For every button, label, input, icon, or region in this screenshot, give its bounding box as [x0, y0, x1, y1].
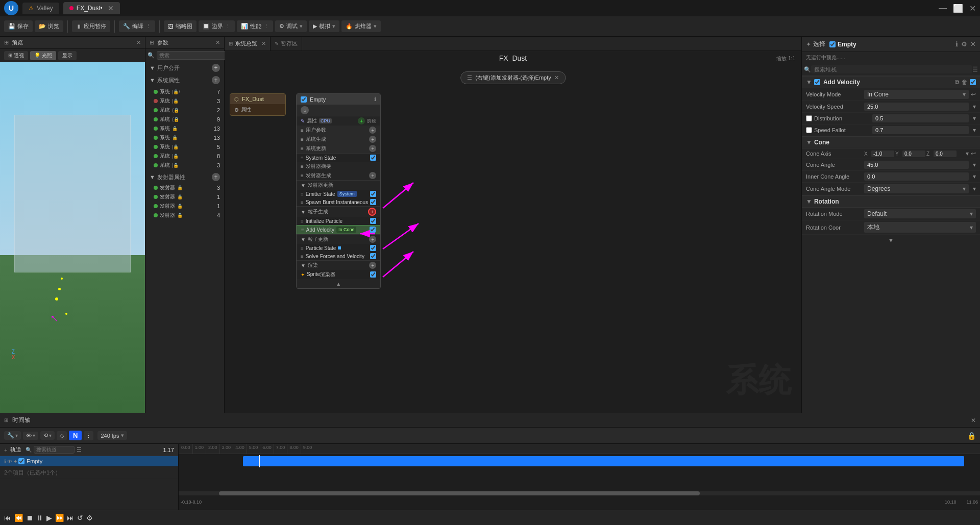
distribution-input[interactable] — [872, 114, 969, 122]
add-emitter-prop-btn[interactable]: + — [212, 173, 220, 181]
add-particle-gen-btn[interactable]: + — [368, 208, 376, 216]
list-item[interactable]: 发射器🔒1 — [145, 202, 224, 211]
close-add-emitter-icon[interactable]: ✕ — [554, 74, 559, 81]
bake-button[interactable]: 🔥 烘焙器 ▾ — [341, 20, 381, 32]
list-item[interactable]: 系统🔒13 — [145, 124, 224, 133]
playback-next-frame-btn[interactable]: ⏩ — [55, 514, 64, 522]
list-item[interactable]: 系统(🔒2 — [145, 106, 224, 115]
emitter-state-checkbox[interactable] — [370, 191, 376, 197]
close-window-btn[interactable]: ✕ — [969, 4, 976, 13]
tab-fx-dust[interactable]: FX_Dust• ✕ — [63, 2, 120, 14]
track-search-input[interactable] — [34, 446, 75, 454]
view-options-btn[interactable]: 👁 ▾ — [23, 432, 38, 440]
filter-tracks-icon[interactable]: ☰ — [77, 446, 82, 453]
list-item[interactable]: 发射器🔒3 — [145, 183, 224, 192]
velocity-speed-expand-icon[interactable]: ▾ — [973, 103, 976, 110]
add-sys-gen-btn[interactable]: + — [369, 136, 376, 143]
playback-settings-btn[interactable]: ⚙ — [86, 514, 93, 522]
empty-checkbox[interactable] — [301, 96, 307, 103]
prop-search-input[interactable] — [811, 65, 972, 73]
snap-btn[interactable]: ◇ — [57, 431, 67, 440]
tab-valley[interactable]: ⚠ Valley — [22, 3, 59, 14]
add-user-param-btn[interactable]: + — [212, 64, 220, 72]
more-btn[interactable]: ⋮ — [84, 431, 93, 440]
spawn-burst-row[interactable]: ≡ Spawn Burst Instantaneous — [297, 198, 380, 206]
minimize-btn[interactable]: — — [939, 4, 947, 13]
speed-fallot-expand-icon[interactable]: ▾ — [973, 127, 976, 134]
add-velocity-checkbox[interactable] — [370, 227, 376, 233]
tab-close-icon[interactable]: ✕ — [261, 40, 266, 47]
cone-angle-mode-dropdown[interactable]: Degrees ▾ — [864, 184, 969, 193]
particle-state-checkbox[interactable] — [370, 245, 376, 251]
list-item[interactable]: 系统|🔒3 — [145, 161, 224, 170]
cone-axis-expand-icon[interactable]: ▾ — [966, 150, 969, 157]
maximize-btn[interactable]: ⬜ — [953, 4, 963, 13]
cone-section-header[interactable]: ▼ Cone — [802, 136, 980, 148]
cone-axis-x-input[interactable] — [871, 151, 894, 157]
panel-close-btn[interactable]: ✕ — [970, 40, 976, 48]
debug-chevron-icon[interactable]: ▾ — [300, 23, 303, 30]
params-search-input[interactable] — [157, 51, 227, 60]
cone-axis-z-input[interactable] — [934, 151, 957, 157]
empty-emitter-node[interactable]: Empty ℹ ○ ✎ 属性 CPU + 阶段 ≡ — [296, 93, 381, 289]
save-button[interactable]: 💾 保存 — [4, 20, 33, 32]
collapse-bottom-btn[interactable]: ▲ — [297, 279, 380, 288]
perf-more-icon[interactable]: ⋮ — [263, 23, 269, 30]
emitter-state-row[interactable]: ≡ Emitter State System — [297, 190, 380, 198]
speed-fallot-input[interactable] — [872, 126, 969, 134]
playback-stop-btn[interactable]: ⏹ — [26, 514, 33, 522]
add-velocity-row[interactable]: ≡ Add Velocity In Cone — [297, 225, 380, 234]
solve-forces-row[interactable]: ≡ Solve Forces and Velocity — [297, 252, 380, 260]
simulate-button[interactable]: ▶ 模拟 ▾ — [309, 20, 339, 32]
velocity-mode-dropdown[interactable]: In Cone ▾ — [864, 90, 969, 99]
params-close-btn[interactable]: ✕ — [215, 39, 220, 46]
scrollbar-thumb[interactable] — [219, 491, 700, 495]
perspective-btn[interactable]: ⊞ 透视 — [4, 51, 28, 60]
system-state-row[interactable]: ≡ System State — [297, 153, 380, 162]
spawn-burst-checkbox[interactable] — [370, 199, 376, 205]
debug-button[interactable]: ⚙ 调试 ▾ — [275, 20, 307, 32]
sprite-renderer-checkbox[interactable] — [370, 271, 376, 278]
add-sys-update-btn[interactable]: + — [369, 145, 376, 152]
particle-update-section[interactable]: ▼ 粒子更新 + — [297, 234, 380, 244]
timeline-scrollbar[interactable] — [179, 491, 980, 495]
fps-selector[interactable]: 240 fps ▾ — [97, 431, 127, 440]
add-render-btn[interactable]: + — [369, 262, 376, 269]
system-overview-tab[interactable]: ⊞ 系统总览 ✕ — [225, 37, 271, 51]
info-panel-icon[interactable]: ℹ — [955, 40, 958, 48]
empty-enable-checkbox[interactable] — [829, 41, 836, 47]
add-system-prop-btn[interactable]: + — [212, 76, 220, 84]
system-update-row[interactable]: ≡ 系统更新 + — [297, 144, 380, 153]
filter-icon[interactable]: ☰ — [972, 66, 978, 73]
display-btn[interactable]: 显示 — [58, 51, 77, 60]
add-user-param-node-btn[interactable]: + — [369, 127, 376, 134]
list-item[interactable]: 系统|🔒8 — [145, 152, 224, 161]
scratch-pad-tab[interactable]: ✎ 暂存区 — [271, 37, 302, 51]
add-velocity-section-header[interactable]: ▼ Add Velocity ⧉ 🗑 — [802, 76, 980, 88]
add-particle-update-btn[interactable]: + — [369, 236, 376, 243]
emitter-update-section[interactable]: ▼ 发射器更新 — [297, 180, 380, 190]
system-props-section[interactable]: ▼ 系统属性 + — [145, 74, 224, 86]
user-params-row[interactable]: ≡ 用户参数 + — [297, 126, 380, 135]
bounds-button[interactable]: 🔲 边界 ⋮ — [199, 20, 235, 32]
system-gen-row[interactable]: ≡ 系统生成 + — [297, 135, 380, 144]
sys-state-checkbox[interactable] — [370, 155, 376, 161]
timeline-ruler[interactable]: 0.00 1.00 2.00 3.00 4.00 5.00 6.00 7.00 … — [179, 444, 980, 510]
emitter-gen-row[interactable]: ≡ 发射器生成 + — [297, 171, 380, 180]
timeline-close-btn[interactable]: ✕ — [971, 417, 976, 424]
velocity-speed-input[interactable] — [864, 103, 969, 111]
simulate-chevron-icon[interactable]: ▾ — [332, 23, 335, 30]
preview-close-btn[interactable]: ✕ — [136, 39, 141, 46]
solve-forces-checkbox[interactable] — [370, 253, 376, 259]
thumbnail-button[interactable]: 🖼 缩略图 — [164, 20, 197, 32]
list-item[interactable]: 系统|🔒5 — [145, 142, 224, 152]
tab-close-btn[interactable]: ✕ — [108, 4, 114, 12]
speed-fallot-checkbox[interactable] — [806, 127, 812, 133]
rotation-mode-dropdown[interactable]: Default ▾ — [864, 209, 976, 218]
render-section[interactable]: ▼ 渲染 + — [297, 260, 380, 270]
list-item[interactable]: 系统|🔒3 — [145, 96, 224, 106]
cone-axis-undo-btn[interactable]: ↩ — [971, 150, 976, 157]
sprite-renderer-row[interactable]: ✦ Sprite渲染器 — [297, 270, 380, 279]
playhead[interactable] — [259, 455, 260, 467]
list-item[interactable]: 系统|🔒/7 — [145, 87, 224, 96]
